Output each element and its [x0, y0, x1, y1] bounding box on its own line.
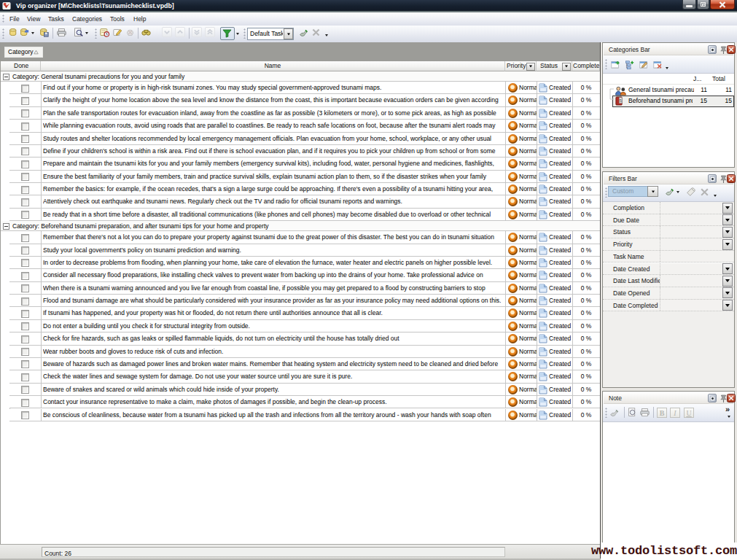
svg-text:5: 5: [620, 98, 622, 103]
